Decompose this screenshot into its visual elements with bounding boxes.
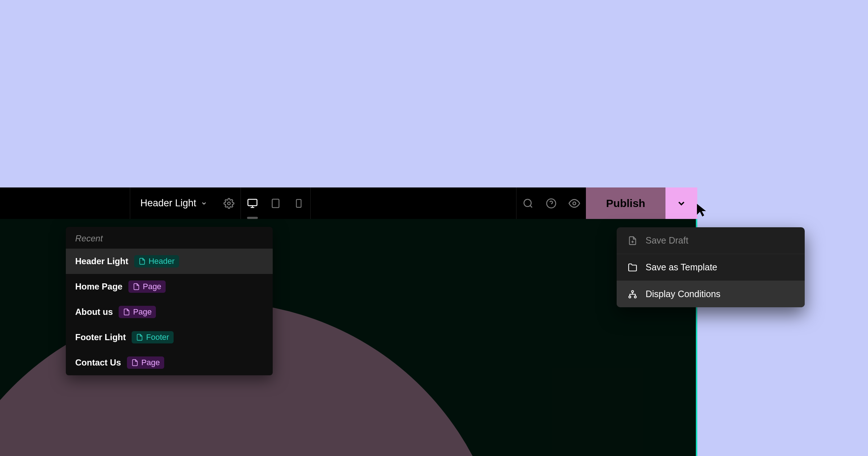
viewport-desktop-button[interactable] [241, 187, 264, 219]
toolbar-flex-spacer [311, 187, 516, 219]
type-tag: Header [134, 255, 179, 267]
eye-icon [569, 198, 580, 209]
file-icon [139, 258, 146, 265]
publish-menu-item-label: Save as Template [646, 262, 717, 273]
folder-icon [627, 262, 638, 273]
svg-rect-6 [296, 199, 301, 207]
svg-point-0 [227, 202, 230, 205]
recent-item-name: About us [75, 307, 113, 317]
file-icon [123, 308, 130, 316]
editor-stage: Header Light [0, 187, 697, 456]
gear-icon [224, 198, 234, 209]
toolbar-left-spacer [0, 187, 130, 219]
publish-menu-toggle[interactable] [665, 187, 697, 219]
publish-menu-item: Save Draft [617, 227, 805, 254]
type-tag: Footer [132, 331, 174, 343]
svg-line-9 [530, 205, 532, 207]
type-tag: Page [128, 280, 166, 293]
type-tag-label: Page [141, 358, 160, 367]
settings-button[interactable] [217, 187, 241, 219]
file-icon [131, 359, 139, 366]
svg-point-15 [631, 290, 633, 292]
publish-label: Publish [606, 197, 645, 210]
type-tag: Page [119, 306, 156, 318]
svg-rect-1 [248, 199, 257, 206]
file-plus-icon [627, 236, 638, 246]
publish-menu-item[interactable]: Display Conditions [617, 281, 805, 307]
recent-item-name: Contact Us [75, 358, 121, 368]
type-tag-label: Page [143, 282, 161, 291]
help-icon [546, 198, 557, 209]
publish-button[interactable]: Publish [586, 187, 665, 219]
type-tag: Page [127, 356, 164, 369]
smartphone-icon [294, 199, 303, 208]
recent-item[interactable]: Header LightHeader [66, 249, 273, 274]
page-selector-label: Header Light [140, 198, 196, 209]
svg-point-12 [573, 202, 576, 205]
tablet-icon [271, 198, 281, 208]
publish-menu-item[interactable]: Save as Template [617, 254, 805, 281]
recent-item[interactable]: About usPage [66, 299, 273, 325]
monitor-icon [247, 198, 258, 209]
chevron-down-icon [676, 198, 686, 208]
type-tag-label: Footer [146, 333, 169, 342]
sitemap-icon [627, 289, 638, 299]
publish-menu-item-label: Save Draft [646, 235, 688, 246]
finder-button[interactable] [516, 187, 540, 219]
top-toolbar: Header Light [0, 187, 697, 219]
page-selector[interactable]: Header Light [130, 187, 217, 219]
preview-button[interactable] [563, 187, 586, 219]
svg-point-8 [524, 199, 531, 206]
viewport-tablet-button[interactable] [264, 187, 287, 219]
help-button[interactable] [540, 187, 563, 219]
svg-point-17 [634, 296, 636, 297]
recent-item-name: Header Light [75, 256, 128, 266]
chevron-down-icon [201, 200, 207, 207]
file-icon [136, 334, 143, 341]
recent-item[interactable]: Contact UsPage [66, 350, 273, 375]
recent-heading: Recent [66, 227, 273, 249]
svg-point-16 [629, 296, 631, 297]
recent-item[interactable]: Home PagePage [66, 274, 273, 299]
search-icon [523, 198, 533, 209]
file-icon [133, 283, 140, 290]
recent-pages-menu: Recent Header LightHeaderHome PagePageAb… [66, 227, 273, 375]
publish-menu-item-label: Display Conditions [646, 289, 720, 299]
recent-item-name: Home Page [75, 282, 123, 292]
recent-item-name: Footer Light [75, 332, 126, 342]
svg-rect-4 [272, 199, 279, 207]
recent-item[interactable]: Footer LightFooter [66, 325, 273, 350]
cursor-icon [695, 203, 710, 217]
type-tag-label: Header [149, 257, 175, 266]
viewport-mobile-button[interactable] [287, 187, 310, 219]
type-tag-label: Page [133, 307, 152, 317]
publish-dropdown-menu: Save DraftSave as TemplateDisplay Condit… [617, 227, 805, 307]
